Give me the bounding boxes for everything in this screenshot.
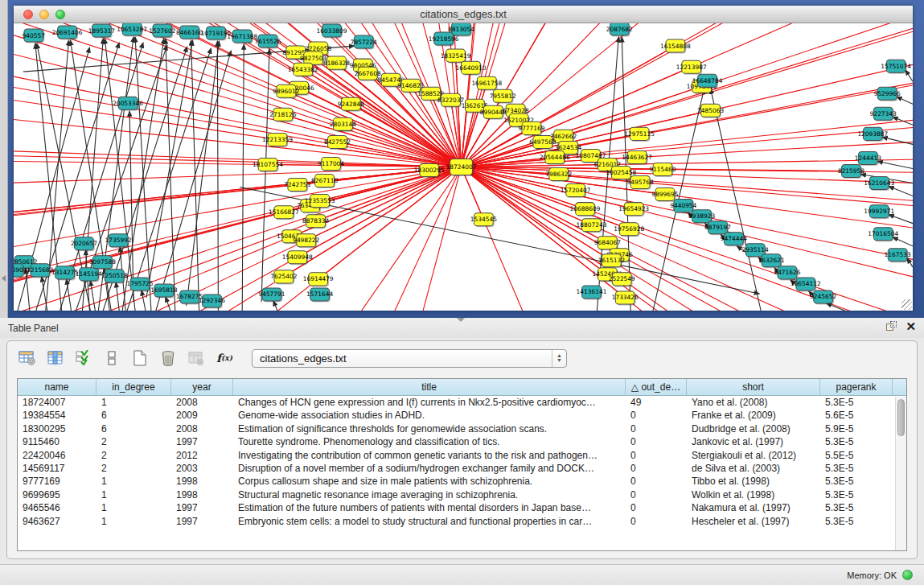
graph-node[interactable]: 14463627 [622, 150, 652, 165]
table-scrollbar[interactable] [895, 397, 906, 550]
row-height-icon[interactable] [101, 348, 122, 369]
network-window[interactable]: citations_edges.txt 22260588912954982750… [8, 0, 924, 318]
graph-node[interactable]: 6497568 [529, 135, 556, 150]
graph-node[interactable]: 18107554 [253, 158, 283, 172]
graph-node[interactable]: 9227343 [870, 107, 897, 122]
column-header-0[interactable]: name [18, 379, 97, 395]
table-row[interactable]: 946362711997Embryonic stem cells: a mode… [18, 515, 906, 528]
table-selector-dropdown[interactable]: citations_edges.txt ▲▼ [252, 349, 567, 368]
column-header-1[interactable]: in_degree [97, 379, 171, 395]
network-canvas[interactable]: 2226058891295498275038186328980054626676… [14, 23, 913, 311]
graph-node[interactable]: 14136141 [577, 286, 607, 300]
column-header-3[interactable]: title [233, 379, 626, 395]
graph-node[interactable]: 2522549 [609, 273, 635, 287]
table-row[interactable]: 946554611997Estimation of the future num… [18, 501, 906, 514]
graph-node[interactable]: 1314275 [51, 266, 78, 281]
graph-node[interactable]: 1215682 [27, 264, 53, 278]
graph-node[interactable]: 1571644 [306, 288, 333, 303]
graph-node[interactable]: 8878334 [302, 215, 329, 229]
graph-node[interactable]: 12213987 [676, 60, 707, 75]
graph-node[interactable]: 1292346 [199, 295, 225, 309]
graph-node[interactable]: 20691406 [52, 26, 83, 40]
graph-node[interactable]: 15720407 [561, 184, 591, 199]
graph-node[interactable]: 9117004 [318, 157, 344, 171]
graph-node[interactable]: 19992971 [864, 205, 894, 220]
function-builder-icon[interactable]: f(x) [214, 348, 235, 369]
graph-node[interactable]: 17016504 [868, 228, 898, 242]
graph-node[interactable]: 1145194 [76, 268, 102, 282]
graph-node[interactable]: 7615526 [254, 35, 281, 49]
network-window-titlebar[interactable]: citations_edges.txt [14, 6, 913, 23]
graph-node[interactable]: 10654112 [791, 278, 821, 292]
graph-node[interactable]: 3915904 [14, 264, 27, 278]
graph-node[interactable]: 16033809 [317, 24, 347, 39]
graph-node[interactable]: 16210643 [864, 177, 894, 192]
graph-node[interactable]: 9495768 [627, 176, 654, 191]
graph-node[interactable]: 1527602 [149, 24, 175, 39]
table-scrollbar-thumb[interactable] [897, 399, 905, 436]
graph-node[interactable]: 1695818 [150, 284, 177, 299]
graph-hub-node[interactable]: 18724007 [446, 159, 477, 176]
graph-node[interactable]: 9242848 [338, 97, 364, 112]
close-panel-icon[interactable]: ✕ [906, 321, 916, 332]
graph-node[interactable]: 9529966 [874, 87, 901, 101]
graph-node[interactable]: 1244413 [855, 151, 881, 166]
table-row[interactable]: 977716911998Corpus callosum shape and si… [18, 475, 906, 488]
graph-node[interactable]: 1733426 [612, 291, 639, 306]
graph-node[interactable]: 12093887 [857, 127, 888, 142]
column-header-5[interactable]: short [687, 379, 820, 395]
graph-node[interactable]: 9245652 [810, 290, 836, 305]
graph-node[interactable]: 1167533 [885, 249, 911, 263]
graph-node[interactable]: 19671388 [227, 30, 257, 44]
graph-node[interactable]: 12975115 [624, 127, 655, 142]
table-row[interactable]: 1456911722003Disruption of a novel membe… [18, 462, 906, 475]
table-row[interactable]: 911546021997Tourette syndrome. Phenomeno… [18, 435, 906, 448]
select-columns-icon[interactable] [73, 348, 94, 369]
graph-node[interactable]: 8322037 [437, 93, 464, 108]
table-settings-icon[interactable] [17, 348, 38, 369]
graph-node[interactable]: 1534545 [470, 213, 497, 228]
graph-node[interactable]: 10653287 [117, 23, 147, 37]
graph-node[interactable]: 19218596 [429, 32, 459, 47]
graph-node[interactable]: 2087682 [606, 23, 633, 37]
graph-node[interactable]: 9498222 [293, 234, 319, 249]
graph-node[interactable]: 9896012 [273, 84, 299, 99]
panel-collapse-icon[interactable] [2, 275, 6, 282]
graph-node[interactable]: 1615132 [598, 254, 625, 269]
resize-grip-icon[interactable] [901, 299, 912, 310]
graph-node[interactable]: 18807243 [577, 219, 607, 233]
table-column-icon[interactable] [45, 348, 66, 369]
splitter-notch-icon[interactable] [457, 318, 465, 322]
graph-node[interactable]: 940557 [23, 29, 46, 43]
graph-node[interactable]: 9474444 [721, 233, 747, 247]
column-header-2[interactable]: year [171, 379, 233, 395]
graph-node[interactable]: 2020657 [71, 237, 97, 252]
graph-node[interactable]: 16543382 [288, 63, 318, 77]
table-row[interactable]: 1872400712008Changes of HCN gene express… [18, 396, 906, 409]
graph-node[interactable]: 7986322 [545, 168, 572, 183]
graph-node[interactable]: 16914479 [303, 273, 334, 287]
table-row[interactable]: 969969511998Structural magnetic resonanc… [18, 488, 906, 501]
graph-node[interactable]: 7955812 [490, 89, 516, 104]
graph-node[interactable]: 8215958 [838, 164, 864, 179]
float-panel-icon[interactable] [886, 321, 897, 332]
graph-node[interactable]: 1250518 [101, 270, 128, 284]
table-row[interactable]: 1830029562008Estimation of significance … [18, 422, 906, 435]
column-header-6[interactable]: pagerank [820, 379, 893, 395]
graph-node[interactable]: 9115460 [649, 163, 676, 177]
graph-node[interactable]: 15166827 [269, 206, 299, 220]
graph-node[interactable]: 16961758 [471, 76, 502, 91]
graph-node[interactable]: 7485063 [697, 104, 724, 118]
graph-node[interactable]: 8466160 [176, 26, 203, 40]
graph-node[interactable]: 10688609 [570, 203, 601, 217]
dropdown-stepper-icon[interactable]: ▲▼ [552, 350, 566, 367]
table-row[interactable]: 1938455462009Genome-wide association stu… [18, 409, 906, 422]
graph-node[interactable]: 20053346 [113, 97, 143, 111]
graph-node[interactable]: 1895317 [88, 24, 115, 39]
column-header-4[interactable]: △ out_de… [626, 379, 687, 395]
new-table-icon[interactable] [129, 348, 150, 369]
graph-node[interactable]: 8267110 [311, 175, 338, 189]
delete-trash-icon[interactable] [158, 348, 179, 369]
graph-node[interactable]: 9457791 [258, 288, 285, 303]
graph-node[interactable]: 19756928 [614, 223, 644, 237]
